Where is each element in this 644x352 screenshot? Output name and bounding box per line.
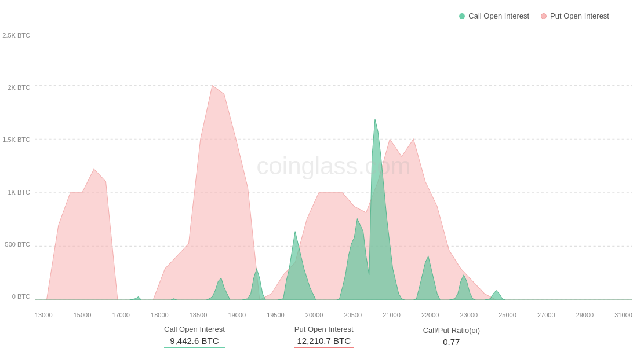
put-oi-stat-value: 12,210.7 BTC <box>294 336 354 348</box>
call-oi-stat: Call Open Interest 9,442.6 BTC <box>164 325 225 348</box>
x-label-25000: 25000 <box>499 311 516 318</box>
legend-call: Call Open Interest <box>459 12 529 20</box>
x-label-18500: 18500 <box>190 311 208 318</box>
x-label-19000: 19000 <box>228 311 246 318</box>
stats-row: Call Open Interest 9,442.6 BTC Put Open … <box>0 320 644 352</box>
x-label-18000: 18000 <box>151 311 169 318</box>
x-label-27000: 27000 <box>537 311 555 318</box>
put-legend-label: Put Open Interest <box>550 12 609 20</box>
ratio-stat-value: 0.77 <box>423 337 480 347</box>
ratio-stat-label: Call/Put Ratio(oi) <box>423 326 480 335</box>
legend: Call Open Interest Put Open Interest <box>459 12 609 20</box>
y-label-1k: 1K BTC <box>0 189 30 196</box>
x-label-21000: 21000 <box>383 311 401 318</box>
x-label-20000: 20000 <box>305 311 323 318</box>
chart-area: coinglass.com <box>35 32 632 300</box>
x-label-29000: 29000 <box>576 311 594 318</box>
x-label-31000: 31000 <box>614 311 632 318</box>
x-label-19500: 19500 <box>267 311 285 318</box>
x-label-22000: 22000 <box>421 311 439 318</box>
x-label-17000: 17000 <box>112 311 130 318</box>
y-axis: 0 BTC 500 BTC 1K BTC 1.5K BTC 2K BTC 2.5… <box>0 32 35 300</box>
x-axis: 13000 15000 17000 18000 18500 19000 1950… <box>35 311 632 318</box>
y-label-1-5k: 1.5K BTC <box>0 136 30 143</box>
put-dot <box>541 13 547 19</box>
x-label-15000: 15000 <box>74 311 92 318</box>
put-oi-stat: Put Open Interest 12,210.7 BTC <box>294 325 354 348</box>
x-label-20500: 20500 <box>344 311 362 318</box>
ratio-stat: Call/Put Ratio(oi) 0.77 <box>423 326 480 347</box>
y-label-2-5k: 2.5K BTC <box>0 32 30 39</box>
y-label-2k: 2K BTC <box>0 84 30 91</box>
legend-put: Put Open Interest <box>541 12 609 20</box>
call-oi-stat-label: Call Open Interest <box>164 325 225 333</box>
call-legend-label: Call Open Interest <box>468 12 529 20</box>
call-dot <box>459 13 465 19</box>
x-label-23000: 23000 <box>460 311 478 318</box>
y-label-0: 0 BTC <box>0 293 30 300</box>
call-oi-stat-value: 9,442.6 BTC <box>164 336 225 348</box>
y-label-500: 500 BTC <box>0 241 30 248</box>
chart-container: Call Open Interest Put Open Interest 0 B… <box>0 0 644 352</box>
x-label-13000: 13000 <box>35 311 53 318</box>
put-oi-stat-label: Put Open Interest <box>294 325 354 333</box>
chart-svg <box>35 32 632 300</box>
